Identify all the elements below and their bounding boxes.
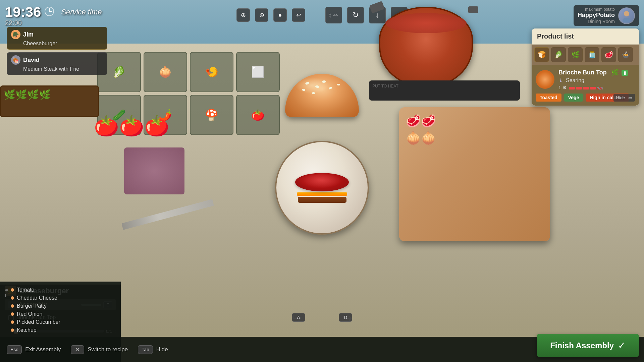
orders-panel: 🪖 Jim Cheeseburger 🍖 David Medium Steak … <box>7 27 107 75</box>
product-leaf-icon: 🌿 <box>611 69 619 76</box>
heat-bar-3 <box>583 87 589 89</box>
stove-surface: PUT TO HEAT <box>369 80 520 101</box>
ingredient-list: ⊕ | Tomato Cheddar Cheese Burger Patty R… <box>0 285 121 337</box>
heat-bar-2 <box>576 87 582 89</box>
heat-bar-5 <box>597 87 603 89</box>
tray-onion: 🧅 <box>144 52 187 92</box>
tray-tomato-slice: 🍅 <box>236 95 280 135</box>
bun-top-floating <box>285 74 359 117</box>
player-profile: maximum potato HappyPotato Dining Room <box>574 5 639 26</box>
tray-shrimp: 🍤 <box>190 52 233 92</box>
heat-bar-4 <box>590 87 596 89</box>
ctrl-mouse-1[interactable]: ⊕ <box>236 8 250 22</box>
heat-bar-1 <box>569 87 575 89</box>
stove-area: PUT TO HEAT <box>352 0 520 101</box>
player-display-name: HappyPotato <box>578 12 615 19</box>
tray-mushroom: 🍄 <box>190 95 233 135</box>
thermometer-icon: 🌡 <box>558 78 563 83</box>
tray-onion2: ⬜ <box>236 52 280 92</box>
ingredient-patty: Burger Patty <box>11 302 116 310</box>
plate <box>275 141 369 235</box>
ctrl-mouse-4[interactable]: ↩ <box>292 8 305 22</box>
tab-key[interactable]: Tab <box>138 345 153 354</box>
patty-layer <box>298 197 346 203</box>
order-card-jim[interactable]: 🪖 Jim Cheeseburger <box>7 27 107 50</box>
rotate-a-key[interactable]: A <box>292 313 305 322</box>
rotation-key-row: A D <box>292 313 352 322</box>
name-ketchup: Ketchup <box>17 327 37 333</box>
service-end-time: 22:00 <box>5 19 102 27</box>
hide-label: Hide <box>156 346 168 353</box>
tab-meat[interactable]: 🥩 <box>601 47 616 62</box>
current-time: 19:36 <box>5 5 41 19</box>
finish-checkmark-icon: ✓ <box>618 340 626 351</box>
player-name-david: David <box>23 57 40 64</box>
product-detail-area: Brioche Bun Top 🌿 ▮ 🌡 Searing 1 ⚙ <box>532 65 639 106</box>
heat-indicator <box>569 87 603 89</box>
exit-assembly-label: Exit Assembly <box>25 346 61 353</box>
switch-recipe-label: Switch to recipe <box>88 346 128 353</box>
tab-herb[interactable]: 🌿 <box>568 47 583 62</box>
hide-panel-button[interactable]: Hide ▭ <box>613 94 635 102</box>
product-list-header: Product list <box>532 28 639 45</box>
tab-bottle[interactable]: 🫙 <box>585 47 599 62</box>
onion-pieces <box>124 147 184 194</box>
ingredient-cheese: Cheddar Cheese <box>11 294 116 302</box>
dot-tomato <box>11 288 14 292</box>
hide-icon: ▭ <box>628 95 632 100</box>
player-avatar <box>618 7 635 24</box>
dot-ketchup <box>11 328 14 332</box>
product-image-bun <box>536 70 554 89</box>
plate-area <box>268 134 376 241</box>
product-action: 🌡 Searing <box>558 77 635 83</box>
ctrl-mouse-2[interactable]: ⊕ <box>255 8 268 22</box>
ctrl-mouse-3[interactable]: ● <box>273 8 287 22</box>
cheese-layer <box>297 192 347 196</box>
cooking-pot <box>379 7 473 87</box>
s-key[interactable]: S <box>71 345 84 354</box>
ctrl-switch-recipe: S Switch to recipe <box>71 345 128 354</box>
order-item-jim: Cheeseburger <box>11 41 103 47</box>
ingredient-icons: ⊕ | <box>5 286 8 297</box>
dot-cucumber <box>11 320 14 324</box>
dot-patty <box>11 304 14 308</box>
player-location: Dining Room <box>578 19 615 24</box>
ingredient-ketchup: Ketchup <box>11 326 116 334</box>
product-list-title: Product list <box>537 33 634 40</box>
player-icon-david: 🍖 <box>11 55 20 65</box>
finish-assembly-button[interactable]: Finish Assembly ✓ <box>537 334 639 357</box>
name-patty: Burger Patty <box>17 303 47 309</box>
tomato-layer <box>295 173 349 191</box>
name-red-onion: Red Onion <box>17 311 43 317</box>
product-list-panel: Product list 🍞 🥬 🌿 🫙 🥩 🍲 Brioche Bun Top… <box>532 28 639 106</box>
portion-icon: 1 ⚙ <box>558 85 567 90</box>
ingredient-tomato: Tomato <box>11 286 116 294</box>
player-profile-info: maximum potato HappyPotato Dining Room <box>578 7 615 24</box>
product-info: Brioche Bun Top 🌿 ▮ 🌡 Searing 1 ⚙ <box>558 69 635 90</box>
cutting-board-item-1: 🥩🥩 <box>406 114 543 128</box>
service-label: Service time <box>61 8 102 16</box>
player-icon-jim: 🪖 <box>11 30 20 39</box>
tab-bread[interactable]: 🍞 <box>534 47 549 62</box>
tab-pot[interactable]: 🍲 <box>618 47 633 62</box>
tag-toasted: Toasted <box>536 94 561 102</box>
ctrl-move[interactable]: ↕↔ <box>325 7 342 23</box>
svg-point-4 <box>623 18 631 22</box>
order-card-david[interactable]: 🍖 David Medium Steak with Frie <box>7 52 107 75</box>
finish-assembly-text: Finish Assembly <box>550 341 614 350</box>
order-item-david: Medium Steak with Frie <box>11 66 103 72</box>
clock-icon <box>44 6 54 16</box>
esc-key[interactable]: Esc <box>7 345 22 354</box>
rotate-d-key[interactable]: D <box>339 313 352 322</box>
tab-veggie[interactable]: 🥬 <box>551 47 566 62</box>
ctrl-exit-assembly: Esc Exit Assembly <box>7 345 61 354</box>
tag-vege: Vege <box>564 94 583 102</box>
dot-red-onion <box>11 312 14 316</box>
cutting-board: 🥩🥩 🧅🧅 <box>399 107 550 241</box>
product-name: Brioche Bun Top 🌿 ▮ <box>558 69 635 76</box>
player-username: maximum potato <box>578 7 615 12</box>
hide-panel-label: Hide <box>616 95 625 100</box>
time-display: 19:36 Service time 22:00 <box>5 5 102 27</box>
name-tomato: Tomato <box>17 287 34 293</box>
portion-row: 1 ⚙ <box>558 85 635 90</box>
